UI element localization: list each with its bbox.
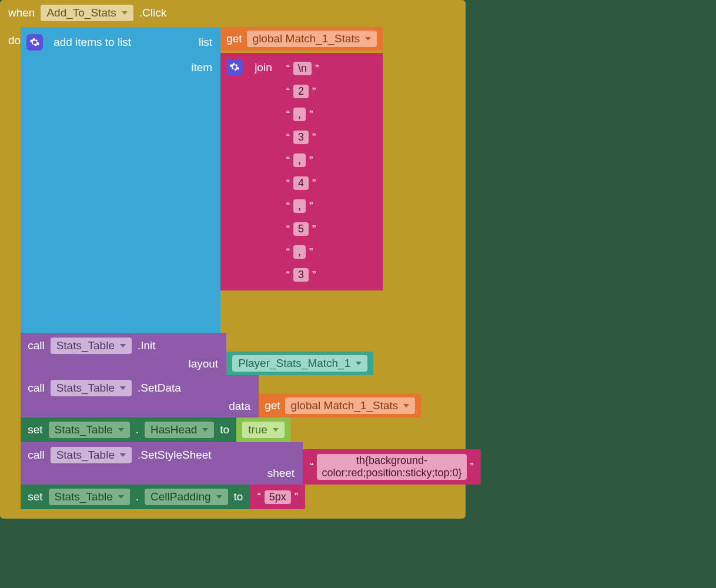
join-block[interactable]: join “\n” “2” “,” “3” “,” “4” “,” “5” “,…: [220, 53, 383, 290]
variable-dropdown[interactable]: global Match_1_Stats: [285, 397, 416, 414]
chevron-down-icon: [202, 428, 208, 432]
string-literal[interactable]: “,”: [280, 242, 339, 262]
layout-value-block[interactable]: Player_Stats_Match_1: [226, 352, 373, 375]
component-dropdown[interactable]: Stats_Table: [49, 422, 130, 438]
item-param-label: item: [191, 61, 212, 74]
string-value[interactable]: 3: [293, 268, 309, 282]
call-label: call: [28, 382, 45, 395]
do-label: do: [8, 27, 21, 47]
dropdown-label: global Match_1_Stats: [291, 399, 399, 412]
event-when-block[interactable]: when Add_To_Stats .Click do add ite: [0, 0, 466, 519]
chevron-down-icon: [365, 37, 371, 41]
call-label: call: [28, 339, 45, 352]
string-value[interactable]: \n: [293, 62, 312, 75]
dropdown-label: Stats_Table: [56, 449, 115, 462]
dropdown-label: Stats_Table: [55, 423, 113, 436]
component-dropdown[interactable]: Add_To_Stats: [41, 5, 133, 21]
chevron-down-icon: [120, 453, 126, 457]
set-label: set: [28, 423, 42, 436]
variable-dropdown[interactable]: global Match_1_Stats: [247, 31, 377, 47]
string-literal[interactable]: “5”: [280, 219, 339, 239]
dropdown-label: CellPadding: [150, 490, 210, 503]
string-value[interactable]: 5px: [265, 490, 291, 504]
chevron-down-icon: [120, 344, 126, 348]
method-label: .SetData: [138, 382, 181, 395]
dropdown-label: true: [248, 423, 267, 436]
string-literal[interactable]: “,”: [280, 196, 339, 216]
method-label: .Init: [138, 339, 156, 352]
dropdown-label: Stats_Table: [56, 382, 115, 395]
string-value[interactable]: 4: [293, 176, 309, 190]
set-label: set: [28, 490, 42, 503]
string-value[interactable]: 2: [293, 85, 309, 98]
property-dropdown[interactable]: HasHead: [145, 422, 214, 438]
layout-dropdown[interactable]: Player_Stats_Match_1: [232, 355, 367, 372]
get-variable-block[interactable]: get global Match_1_Stats: [259, 394, 421, 417]
dot-label: .: [136, 490, 139, 503]
string-value[interactable]: ,: [293, 108, 306, 121]
call-setstylesheet-block[interactable]: call Stats_Table .SetStyleSheet sheet: [21, 442, 481, 485]
component-dropdown[interactable]: Stats_Table: [51, 338, 132, 354]
string-value[interactable]: 3: [293, 131, 309, 144]
add-items-to-list-block[interactable]: add items to list list item get global: [21, 27, 481, 333]
dropdown-label: Stats_Table: [56, 339, 115, 352]
chevron-down-icon: [356, 362, 362, 365]
dropdown-label: Player_Stats_Match_1: [238, 357, 350, 370]
dropdown-label: Stats_Table: [55, 490, 113, 503]
chevron-down-icon: [118, 428, 124, 432]
string-literal[interactable]: “,”: [280, 105, 339, 124]
string-literal[interactable]: “4”: [280, 173, 339, 193]
get-variable-block[interactable]: get global Match_1_Stats: [220, 27, 383, 51]
chevron-down-icon: [216, 495, 222, 499]
dropdown-label: Add_To_Stats: [46, 6, 116, 19]
string-literal[interactable]: “3”: [280, 265, 339, 285]
dot-label: .: [136, 423, 139, 436]
gear-icon[interactable]: [226, 59, 243, 75]
chevron-down-icon: [403, 404, 409, 407]
set-cellpadding-block[interactable]: set Stats_Table . CellPadding to: [21, 485, 481, 509]
get-label: get: [226, 32, 242, 45]
to-label: to: [220, 423, 229, 436]
component-dropdown[interactable]: Stats_Table: [49, 489, 130, 505]
string-value[interactable]: ,: [293, 153, 306, 167]
dropdown-label: global Match_1_Stats: [253, 32, 360, 45]
get-label: get: [265, 399, 280, 412]
property-dropdown[interactable]: CellPadding: [145, 489, 227, 505]
boolean-dropdown[interactable]: true: [242, 422, 285, 438]
call-init-block[interactable]: call Stats_Table .Init layout: [21, 333, 481, 375]
chevron-down-icon: [273, 428, 279, 432]
string-value[interactable]: th{background-color:red;position:sticky;…: [317, 454, 466, 480]
list-param-label: list: [199, 36, 212, 49]
param-label: layout: [188, 358, 218, 370]
string-literal[interactable]: “,”: [280, 151, 339, 170]
param-label: sheet: [267, 467, 295, 480]
string-literal[interactable]: “\n”: [280, 59, 339, 78]
call-label: call: [28, 449, 45, 462]
chevron-down-icon: [120, 386, 126, 390]
chevron-down-icon: [122, 11, 128, 15]
string-value[interactable]: 5: [293, 222, 309, 236]
string-value[interactable]: ,: [293, 245, 306, 259]
chevron-down-icon: [118, 495, 124, 499]
component-dropdown[interactable]: Stats_Table: [51, 447, 132, 463]
dropdown-label: HasHead: [150, 423, 197, 436]
string-literal[interactable]: “ th{background-color:red;position:stick…: [303, 449, 481, 485]
string-literal[interactable]: “3”: [280, 128, 339, 147]
component-dropdown[interactable]: Stats_Table: [51, 380, 132, 396]
event-suffix: .Click: [139, 6, 166, 19]
string-value[interactable]: ,: [293, 199, 306, 213]
when-label: when: [8, 6, 35, 19]
set-hashead-block[interactable]: set Stats_Table . HasHead to: [21, 417, 481, 442]
string-literal[interactable]: “2”: [280, 82, 339, 101]
join-label: join: [255, 59, 272, 74]
boolean-block[interactable]: true: [236, 417, 290, 442]
gear-icon[interactable]: [26, 34, 43, 51]
string-literal[interactable]: “ 5px ”: [250, 485, 305, 509]
method-label: .SetStyleSheet: [138, 449, 212, 462]
param-label: data: [229, 400, 250, 413]
call-setdata-block[interactable]: call Stats_Table .SetData data: [21, 375, 481, 417]
to-label: to: [234, 490, 243, 503]
add-items-label: add items to list: [53, 36, 131, 49]
